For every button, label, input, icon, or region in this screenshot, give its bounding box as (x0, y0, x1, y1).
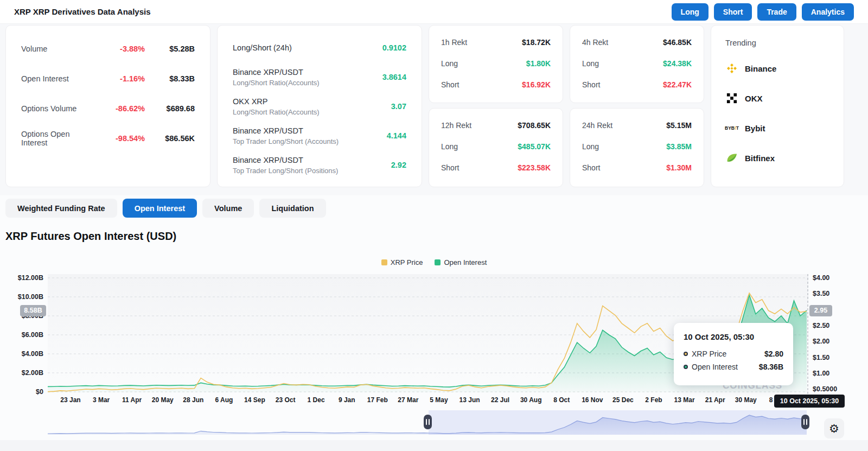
stat-value: $5.28B (145, 45, 195, 53)
stat-change: -98.54% (95, 134, 145, 143)
ratio-value: 4.144 (387, 131, 406, 140)
legend-xrp-price[interactable]: XRP Price (381, 258, 423, 266)
rekt-long-label: Long (441, 59, 458, 68)
rekt-long-label: Long (582, 59, 599, 68)
rekt-card-12h: 12h Rekt$708.65K Long$485.07K Short$223.… (429, 108, 563, 187)
ratio-row: Binance XRP/USDT Long/Short Ratio(Accoun… (233, 67, 406, 87)
navigator-right-handle[interactable] (801, 415, 809, 429)
stat-value: $86.56K (145, 134, 195, 143)
x-axis: 23 Jan3 Mar11 Apr20 May28 Jun6 Aug14 Sep… (0, 396, 868, 405)
header: XRP XRP Derivatives Data Analysis Long S… (0, 0, 868, 24)
x-axis-tick: 25 Dec (612, 396, 634, 404)
stat-row-options-open-interest: Options Open Interest -98.54% $86.56K (21, 128, 195, 149)
x-axis-tick: 16 Nov (582, 396, 603, 404)
rekt-total: $5.15M (666, 121, 692, 130)
tooltip-row-price: XRP Price $2.80 (684, 350, 783, 358)
page-title: XRP XRP Derivatives Data Analysis (14, 7, 151, 16)
rekt-title: 4h Rekt (582, 38, 608, 47)
bitfinex-icon (725, 151, 738, 164)
open-interest-current-badge: 8.58B (20, 305, 46, 316)
trade-button[interactable]: Trade (757, 3, 796, 21)
ratio-sublabel: Top Trader Long/Short (Accounts) (233, 137, 387, 145)
trending-card: Trending Binance OKX BYB!T Bybit Bitfine… (711, 25, 844, 187)
navigator-selected-range[interactable] (429, 410, 807, 435)
x-axis-tick: 30 Aug (520, 396, 542, 404)
left-axis-tick: $10.00B (2, 293, 43, 301)
derivatives-dashboard: XRP XRP Derivatives Data Analysis Long S… (0, 0, 868, 451)
chart-legend: XRP Price Open Interest (0, 258, 868, 266)
trending-item-bitfinex[interactable]: Bitfinex (725, 151, 829, 165)
right-axis-tick: $0.5000 (813, 385, 851, 393)
x-axis-tick: 3 Mar (93, 396, 110, 404)
chart-tabs: Weighted Funding Rate Open Interest Volu… (5, 199, 326, 218)
right-axis-tick: $1.00 (813, 370, 851, 377)
trending-item-bybit[interactable]: BYB!T Bybit (725, 121, 829, 135)
rekt-long-value: $1.80K (526, 59, 551, 68)
x-axis-tick: 9 Jan (339, 396, 355, 404)
stat-row-options-volume: Options Volume -86.62% $689.68 (21, 98, 195, 119)
tooltip-series-name: Open Interest (692, 363, 755, 371)
xrp-price-swatch (381, 259, 387, 265)
tooltip-series-name: XRP Price (692, 350, 761, 358)
okx-icon (725, 92, 738, 105)
rekt-title: 12h Rekt (441, 121, 471, 130)
trending-item-okx[interactable]: OKX (725, 91, 829, 105)
x-axis-tick: 21 Apr (705, 396, 725, 404)
tab-weighted-funding-rate[interactable]: Weighted Funding Rate (5, 199, 117, 218)
rekt-card-4h: 4h Rekt$46.85K Long$24.38K Short$22.47K (570, 25, 704, 103)
x-axis-tick: 20 May (152, 396, 174, 404)
ratio-sublabel: Top Trader Long/Short (Positions) (233, 167, 391, 175)
x-axis-tick: 28 Jun (183, 396, 203, 404)
trending-exchange-name: Bybit (745, 124, 765, 133)
left-axis-tick: $2.00B (2, 369, 43, 377)
x-axis-tick: 14 Sep (244, 396, 265, 404)
rekt-short-label: Short (441, 80, 459, 89)
rekt-short-value: $16.92K (522, 80, 551, 89)
ratio-sublabel: Long/Short Ratio(Accounts) (233, 108, 391, 116)
rekt-short-value: $223.58K (518, 163, 551, 172)
x-axis-tick: 8 Oct (553, 396, 570, 404)
short-button[interactable]: Short (714, 3, 752, 21)
tab-liquidation[interactable]: Liquidation (259, 199, 326, 218)
right-axis-tick: $2.50 (813, 322, 851, 329)
rekt-short-value: $1.30M (666, 163, 692, 172)
trending-item-binance[interactable]: Binance (725, 61, 829, 75)
legend-label: Open Interest (444, 258, 487, 266)
rekt-total: $46.85K (663, 38, 692, 47)
right-axis-tick: $1.50 (813, 354, 851, 361)
rekt-short-value: $22.47K (663, 80, 692, 89)
binance-icon (725, 62, 738, 75)
rekt-long-label: Long (441, 142, 458, 151)
x-axis-tick: 5 May (430, 396, 448, 404)
navigator-left-handle[interactable] (424, 415, 432, 429)
tooltip-date: 10 Oct 2025, 05:30 (684, 332, 783, 341)
ratio-value: 2.92 (391, 161, 406, 169)
ratio-row: Long/Short (24h) 0.9102 (233, 37, 406, 58)
long-button[interactable]: Long (672, 3, 709, 21)
rekt-long-value: $24.38K (663, 59, 692, 68)
tooltip-series-value: $8.36B (759, 363, 783, 371)
stat-label: Options Volume (21, 104, 95, 113)
rekt-total: $708.65K (518, 121, 551, 130)
header-buttons: Long Short Trade Analytics (672, 3, 854, 21)
right-axis-tick: $4.00 (813, 274, 851, 282)
x-axis-tick: 11 Apr (122, 396, 142, 404)
x-axis-tick: 17 Feb (367, 396, 388, 404)
legend-open-interest[interactable]: Open Interest (435, 258, 487, 266)
tooltip-row-open-interest: Open Interest $8.36B (684, 363, 783, 371)
trending-exchange-name: OKX (745, 94, 763, 103)
rekt-short-label: Short (441, 163, 459, 172)
rekt-card-24h: 24h Rekt$5.15M Long$3.85M Short$1.30M (570, 108, 704, 187)
left-axis-tick: $4.00B (2, 350, 43, 358)
x-axis-tick: 27 Mar (398, 396, 418, 404)
tab-volume[interactable]: Volume (202, 199, 254, 218)
tab-open-interest[interactable]: Open Interest (123, 199, 197, 218)
stat-row-open-interest: Open Interest -1.16% $8.33B (21, 68, 195, 89)
analytics-button[interactable]: Analytics (802, 3, 854, 21)
rekt-long-label: Long (582, 142, 599, 151)
chart-settings-gear-icon[interactable]: ⚙ (824, 418, 844, 439)
stat-label: Open Interest (21, 74, 95, 83)
ratio-label: Binance XRP/USDT (233, 126, 387, 135)
rekt-total: $18.72K (522, 38, 551, 47)
right-axis-tick: $3.50 (813, 290, 851, 297)
